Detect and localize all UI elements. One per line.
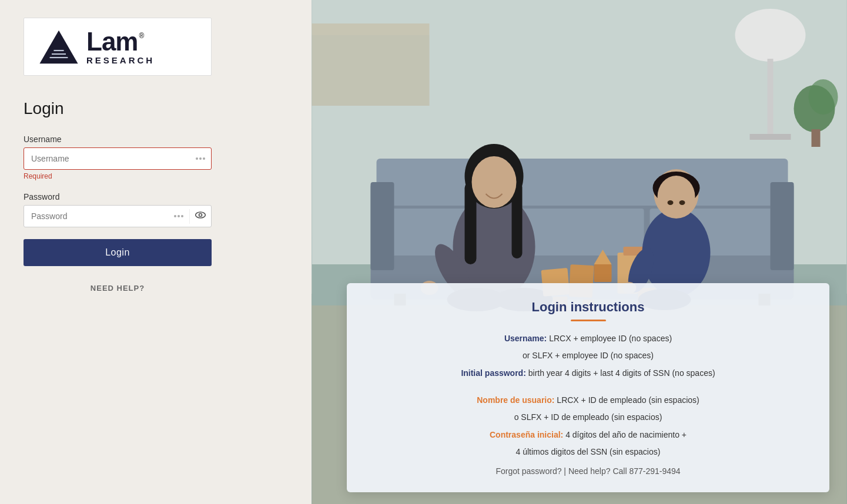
svg-rect-17	[312, 35, 430, 106]
card-contrasena-text: 4 dígitos del año de nacimiento +	[565, 430, 687, 439]
svg-point-33	[472, 156, 517, 208]
card-nombre-label: Nombre de usuario:	[477, 395, 554, 405]
svg-rect-24	[771, 182, 794, 270]
username-dots-icon[interactable]	[190, 157, 211, 160]
svg-rect-16	[312, 23, 430, 35]
card-username-text2: or SLFX + employee ID (no spaces)	[523, 351, 654, 360]
show-password-icon[interactable]	[189, 209, 211, 224]
svg-point-50	[658, 176, 695, 218]
logo-lam-label: Lam	[86, 29, 138, 55]
logo-text: Lam ® RESEARCH	[86, 29, 155, 65]
username-input-wrapper	[24, 147, 212, 170]
login-button[interactable]: Login	[24, 239, 212, 266]
dots-icon	[174, 215, 183, 217]
card-username-text: LRCX + employee ID (no spaces)	[549, 334, 672, 343]
card-username-line: Username: LRCX + employee ID (no spaces)	[368, 332, 808, 345]
card-password-text: birth year 4 digits + last 4 digits of S…	[528, 368, 715, 378]
svg-rect-23	[371, 182, 394, 270]
svg-point-14	[809, 79, 838, 115]
card-divider	[571, 320, 606, 321]
card-nombre-line: Nombre de usuario: LRCX + ID de empleado…	[368, 394, 808, 406]
login-title: Login	[24, 99, 64, 118]
logo-research-label: RESEARCH	[86, 56, 155, 65]
password-label: Password	[24, 192, 212, 201]
card-password-label: Initial password:	[461, 368, 525, 378]
right-panel: Login instructions Username: LRCX + empl…	[312, 0, 847, 504]
svg-point-5	[196, 212, 206, 218]
card-contrasena-line2: 4 últimos digitos del SSN (sin espacios)	[368, 445, 808, 458]
username-input[interactable]	[24, 148, 190, 169]
card-nombre-line2: o SLFX + ID de empleado (sin espacios)	[368, 411, 808, 424]
card-password-line: Initial password: birth year 4 digits + …	[368, 367, 808, 379]
card-contrasena-label: Contraseña inicial:	[490, 430, 563, 439]
svg-point-52	[679, 200, 685, 205]
password-input[interactable]	[24, 206, 168, 227]
card-nombre-text2: o SLFX + ID de empleado (sin espacios)	[514, 412, 662, 422]
svg-rect-15	[812, 129, 821, 147]
card-username-line2: or SLFX + employee ID (no spaces)	[368, 349, 808, 362]
svg-rect-41	[594, 264, 612, 282]
svg-rect-19	[377, 159, 788, 206]
username-group: Username Required	[24, 135, 212, 180]
svg-point-6	[199, 213, 202, 216]
left-panel: Lam ® RESEARCH Login Username Required P…	[0, 0, 312, 504]
need-help-link[interactable]: NEED HELP?	[24, 284, 212, 293]
card-contrasena-text2: 4 últimos digitos del SSN (sin espacios)	[516, 447, 661, 456]
card-title: Login instructions	[368, 300, 808, 315]
logo-box: Lam ® RESEARCH	[24, 18, 212, 76]
instruction-card: Login instructions Username: LRCX + empl…	[347, 283, 829, 492]
card-footer: Forgot password? | Need help? Call 877-2…	[368, 466, 808, 476]
dots-icon	[196, 157, 205, 160]
background-image: Login instructions Username: LRCX + empl…	[312, 0, 847, 504]
svg-rect-11	[768, 59, 774, 135]
password-group: Password	[24, 192, 212, 227]
logo-registered-symbol: ®	[139, 32, 144, 39]
card-contrasena-line: Contraseña inicial: 4 dígitos del año de…	[368, 428, 808, 441]
username-required-text: Required	[24, 172, 212, 180]
card-username-label: Username:	[504, 334, 547, 343]
svg-point-51	[668, 200, 674, 205]
password-dots-icon[interactable]	[168, 215, 189, 217]
username-label: Username	[24, 135, 212, 144]
svg-rect-12	[750, 134, 791, 140]
password-input-wrapper	[24, 205, 212, 227]
card-nombre-text: LRCX + ID de empleado (sin espacios)	[557, 395, 699, 405]
svg-point-10	[735, 9, 806, 62]
logo-triangle-icon	[38, 29, 79, 65]
